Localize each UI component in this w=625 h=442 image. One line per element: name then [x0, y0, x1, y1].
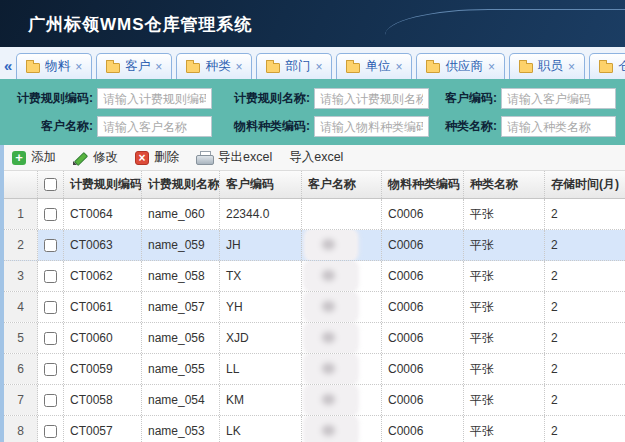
row-checkbox-cell [38, 199, 64, 229]
tab[interactable]: 单位 × [336, 53, 412, 79]
select-all-checkbox[interactable] [44, 178, 57, 191]
cell-customer-code: TX [220, 261, 302, 291]
filter-field-input[interactable] [97, 116, 212, 137]
redaction-blur [304, 323, 358, 353]
cell-storage-months: 2 [545, 261, 625, 291]
col-header-rule-name[interactable]: 计费规则名称 [142, 171, 220, 198]
col-header-storage-months[interactable]: 存储时间(月) [545, 171, 625, 198]
filter-field-label: 计费规则名称: [212, 90, 310, 107]
delete-icon [135, 151, 149, 165]
col-header-customer-code[interactable]: 客户编码 [220, 171, 302, 198]
filter-field: 客户名称: [5, 116, 212, 137]
cell-rule-name: name_059 [142, 230, 220, 260]
filter-field: 物料种类编码: [212, 116, 429, 137]
toolbar-button[interactable]: 导出excel [196, 149, 272, 166]
filter-field-input[interactable] [314, 116, 429, 137]
grid-toolbar: 添加 修改 删除 导出excel [4, 145, 625, 171]
cell-customer-code: LK [220, 416, 302, 442]
row-checkbox[interactable] [44, 425, 57, 438]
filter-field-input[interactable] [501, 88, 616, 109]
table-row[interactable]: 7 CT0058 name_054 KM C0006 平张 2 [4, 385, 625, 416]
cell-customer-name [302, 416, 382, 442]
cell-type-name: 平张 [464, 230, 545, 260]
row-checkbox-cell [38, 230, 64, 260]
table-row[interactable]: 2 CT0063 name_059 JH C0006 平张 2 [4, 230, 625, 261]
tab[interactable]: 供应商 × [416, 53, 505, 79]
tab[interactable]: 物料 × [16, 53, 92, 79]
tab-close-icon[interactable]: × [568, 62, 575, 72]
filter-field: 种类名称: [429, 116, 616, 137]
table-row[interactable]: 3 CT0062 name_058 TX C0006 平张 2 [4, 261, 625, 292]
row-checkbox[interactable] [44, 301, 57, 314]
cell-customer-code: XJD [220, 323, 302, 353]
toolbar-button-label: 添加 [31, 149, 56, 166]
cell-rule-name: name_056 [142, 323, 220, 353]
cell-type-name: 平张 [464, 385, 545, 415]
table-row[interactable]: 1 CT0064 name_060 22344.0 C0006 平张 [4, 199, 625, 230]
filter-field-label: 客户名称: [5, 118, 93, 135]
tab-close-icon[interactable]: × [395, 62, 402, 72]
tab-close-icon[interactable]: × [75, 62, 82, 72]
table-row[interactable]: 8 CT0057 name_053 LK C0006 平张 2 [4, 416, 625, 442]
tab[interactable]: 客户 × [96, 53, 172, 79]
cell-type-name: 平张 [464, 416, 545, 442]
row-checkbox-cell [38, 323, 64, 353]
filter-field-input[interactable] [97, 88, 212, 109]
col-header-material-type-code[interactable]: 物料种类编码 [382, 171, 464, 198]
col-header-rule-code[interactable]: 计费规则编码 [64, 171, 142, 198]
cell-material-type-code: C0006 [382, 323, 464, 353]
table-row[interactable]: 6 CT0059 name_055 LL C0006 平张 2 [4, 354, 625, 385]
cell-type-name: 平张 [464, 323, 545, 353]
filter-field-label: 计费规则编码: [5, 90, 93, 107]
row-checkbox-cell [38, 292, 64, 322]
cell-customer-name [302, 230, 382, 260]
toolbar-button[interactable]: 修改 [73, 149, 118, 166]
row-checkbox[interactable] [44, 208, 57, 221]
wms-app-window: 广州标领WMS仓库管理系统 « 物料 × 客户 × 种类 × [0, 0, 625, 442]
filter-field-input[interactable] [314, 88, 429, 109]
filter-field-input[interactable] [501, 116, 616, 137]
grid-body: 1 CT0064 name_060 22344.0 C0006 平张 [4, 199, 625, 442]
toolbar-button[interactable]: 删除 [135, 149, 179, 166]
cell-rule-code: CT0057 [64, 416, 142, 442]
tab[interactable]: 部门 × [256, 53, 332, 79]
cell-customer-name [302, 261, 382, 291]
row-checkbox[interactable] [44, 363, 57, 376]
tab-label: 种类 [205, 58, 230, 75]
table-row[interactable]: 4 CT0061 name_057 YH C0006 平张 2 [4, 292, 625, 323]
filter-field-label: 客户编码: [429, 90, 497, 107]
tab-close-icon[interactable]: × [235, 62, 242, 72]
row-checkbox[interactable] [44, 394, 57, 407]
table-row[interactable]: 5 CT0060 name_056 XJD C0006 平张 [4, 323, 625, 354]
tab[interactable]: 仓库 × [589, 53, 625, 79]
cell-material-type-code: C0006 [382, 354, 464, 384]
tab-close-icon[interactable]: × [155, 62, 162, 72]
row-checkbox[interactable] [44, 239, 57, 252]
tab-close-icon[interactable]: × [488, 62, 495, 72]
filter-field-label: 物料种类编码: [212, 118, 310, 135]
tab[interactable]: 种类 × [176, 53, 252, 79]
tab[interactable]: 职员 × [509, 53, 585, 79]
folder-icon [266, 63, 280, 73]
toolbar-button[interactable]: 添加 [12, 149, 56, 166]
row-checkbox[interactable] [44, 332, 57, 345]
folder-icon [186, 63, 200, 73]
col-header-customer-name[interactable]: 客户名称 [302, 171, 382, 198]
col-header-type-name[interactable]: 种类名称 [464, 171, 545, 198]
cell-material-type-code: C0006 [382, 416, 464, 442]
collapse-tabs-icon[interactable]: « [2, 57, 16, 79]
row-checkbox[interactable] [44, 270, 57, 283]
filter-field-label: 种类名称: [429, 118, 497, 135]
toolbar-button-label: 导入excel [289, 149, 343, 166]
tab-close-icon[interactable]: × [315, 62, 322, 72]
cell-storage-months: 2 [545, 385, 625, 415]
cell-type-name: 平张 [464, 354, 545, 384]
toolbar-button[interactable]: 导入excel [289, 149, 343, 166]
cell-storage-months: 2 [545, 354, 625, 384]
redaction-blur [304, 354, 358, 384]
cell-material-type-code: C0006 [382, 261, 464, 291]
content-panel: 添加 修改 删除 导出excel [0, 145, 625, 442]
redaction-blur [304, 292, 358, 322]
row-number: 7 [4, 385, 38, 415]
folder-icon [26, 63, 40, 73]
